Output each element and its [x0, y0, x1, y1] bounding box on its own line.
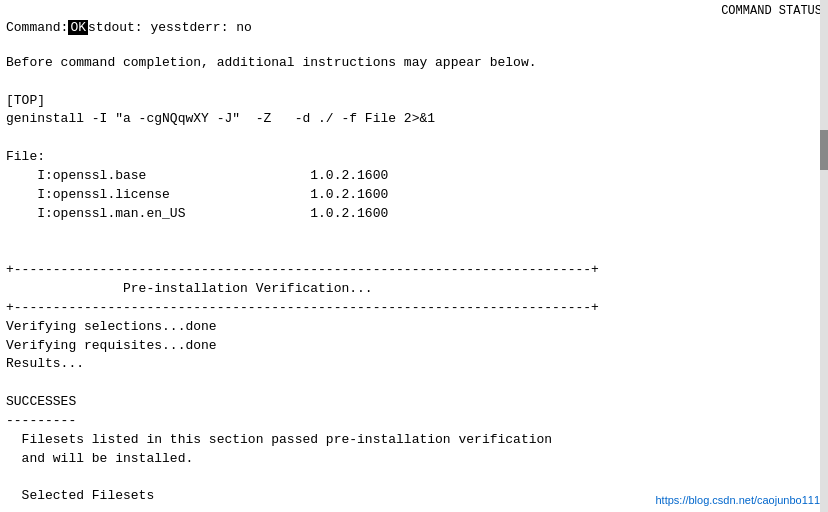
cmd-ok-badge: OK — [68, 20, 88, 35]
terminal-line — [6, 242, 822, 261]
terminal-line: +---------------------------------------… — [6, 261, 822, 280]
terminal-line: Verifying selections...done — [6, 318, 822, 337]
terminal-line: ---------------- — [6, 506, 822, 512]
scrollbar-thumb[interactable] — [820, 130, 828, 170]
cmd-prefix: Command: — [6, 20, 68, 35]
terminal-line: Filesets listed in this section passed p… — [6, 431, 822, 450]
header-bar: COMMAND STATUS — [6, 4, 822, 18]
terminal-window: COMMAND STATUS Command: OK stdout: yes s… — [0, 0, 828, 512]
watermark: https://blog.csdn.net/caojunbo111 — [655, 494, 820, 506]
terminal-line: Verifying requisites...done — [6, 337, 822, 356]
terminal-line: and will be installed. — [6, 450, 822, 469]
terminal-line: I:openssl.base 1.0.2.1600 — [6, 167, 822, 186]
scrollbar[interactable] — [820, 0, 828, 512]
terminal-line — [6, 468, 822, 487]
terminal-line: File: — [6, 148, 822, 167]
terminal-line: Results... — [6, 355, 822, 374]
terminal-line: SUCCESSES — [6, 393, 822, 412]
terminal-line — [6, 374, 822, 393]
terminal-line — [6, 73, 822, 92]
terminal-line: --------- — [6, 412, 822, 431]
terminal-line: [TOP] — [6, 92, 822, 111]
terminal-output: Before command completion, additional in… — [6, 35, 822, 512]
terminal-line — [6, 129, 822, 148]
terminal-line: +---------------------------------------… — [6, 299, 822, 318]
header-title: COMMAND STATUS — [721, 4, 822, 18]
terminal-line: Before command completion, additional in… — [6, 54, 822, 73]
terminal-line — [6, 223, 822, 242]
cmd-stdout: stdout: yes — [88, 20, 174, 35]
terminal-line: I:openssl.license 1.0.2.1600 — [6, 186, 822, 205]
terminal-line: geninstall -I "a -cgNQqwXY -J" -Z -d ./ … — [6, 110, 822, 129]
terminal-line: I:openssl.man.en_US 1.0.2.1600 — [6, 205, 822, 224]
command-status-line: Command: OK stdout: yes stderr: no — [6, 20, 822, 35]
terminal-line: Pre-installation Verification... — [6, 280, 822, 299]
cmd-stderr: stderr: no — [174, 20, 252, 35]
terminal-line — [6, 35, 822, 54]
